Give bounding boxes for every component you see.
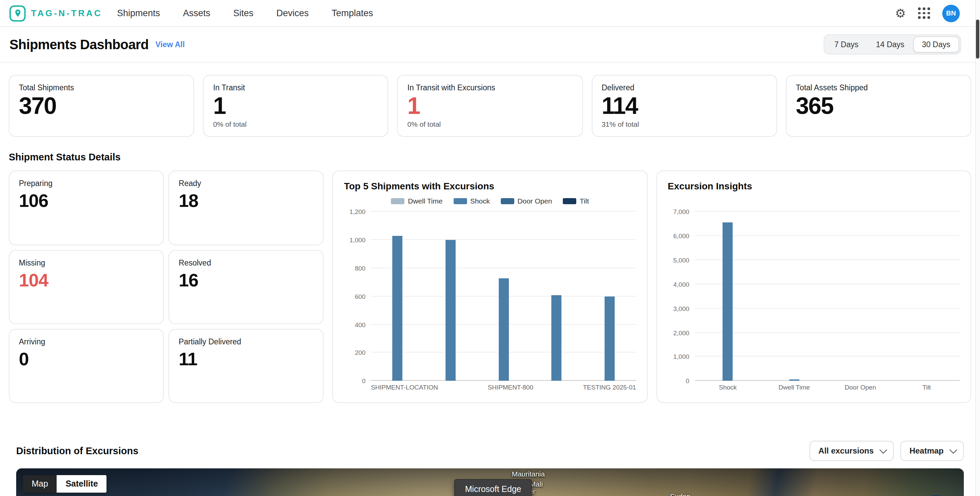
settings-gear-icon[interactable]: ⚙ xyxy=(895,7,906,19)
stat-sub xyxy=(796,120,961,129)
status-card-partially-delivered: Partially Delivered 11 xyxy=(169,329,323,403)
excursions-map[interactable]: Map Satellite Microsoft Edge MauritaniaM… xyxy=(16,469,964,496)
legend-label: Shock xyxy=(470,197,490,205)
status-label: Resolved xyxy=(178,258,313,267)
status-card-ready: Ready 18 xyxy=(169,171,323,245)
heatmap-view-value: Heatmap xyxy=(910,447,943,456)
excursions-filter-value: All excursions xyxy=(819,447,874,456)
bar-slot xyxy=(761,212,827,381)
legend-label: Door Open xyxy=(518,197,552,205)
stat-card-in-transit-excursions: In Transit with Excursions 1 0% of total xyxy=(397,75,583,137)
range-button-7-days[interactable]: 7 Days xyxy=(826,37,867,52)
y-tick-label: 3,000 xyxy=(673,305,689,312)
stat-sub: 31% of total xyxy=(601,120,767,129)
y-tick-label: 800 xyxy=(355,264,366,272)
page-title: Shipments Dashboard xyxy=(10,37,149,52)
legend-swatch xyxy=(501,198,514,204)
chart-title: Top 5 Shipments with Excursions xyxy=(344,181,636,192)
stat-value: 114 xyxy=(601,92,767,119)
stat-card-delivered: Delivered 114 31% of total xyxy=(592,75,777,137)
status-label: Preparing xyxy=(19,180,154,188)
top-nav: TAG-N-TRAC Shipments Assets Sites Device… xyxy=(0,0,980,27)
bar-slot xyxy=(371,212,424,381)
bar xyxy=(551,295,562,381)
range-button-14-days[interactable]: 14 Days xyxy=(867,37,913,52)
excursions-filter-dropdown[interactable]: All excursions xyxy=(810,441,894,461)
legend-label: Dwell Time xyxy=(408,197,442,205)
x-tick-label: TESTING 2025-01 xyxy=(583,383,636,391)
status-value: 11 xyxy=(178,349,313,370)
bar-slot xyxy=(477,212,530,381)
bar xyxy=(392,236,402,381)
status-value: 18 xyxy=(178,191,313,212)
stat-sub: 0% of total xyxy=(407,120,573,129)
nav-item-templates[interactable]: Templates xyxy=(332,8,373,18)
scrollbar-thumb[interactable] xyxy=(976,19,979,59)
x-tick-label: SHIPMENT-800 xyxy=(486,383,535,391)
bar-slot xyxy=(530,212,583,381)
nav-item-sites[interactable]: Sites xyxy=(233,8,253,18)
range-button-30-days[interactable]: 30 Days xyxy=(913,37,959,52)
chart-x-axis: SHIPMENT-LOCATIONSHIPMENT-800TESTING 202… xyxy=(371,381,636,393)
chart-body: 01,0002,0003,0004,0005,0006,0007,000 xyxy=(668,212,960,381)
apps-grid-icon[interactable] xyxy=(918,8,930,19)
avatar[interactable]: BN xyxy=(942,5,960,22)
main-row: Preparing 106 Ready 18 Missing 104 Resol… xyxy=(9,171,971,403)
map-type-toggle: Map Satellite xyxy=(23,475,107,493)
shipments-dashboard-app: TAG-N-TRAC Shipments Assets Sites Device… xyxy=(0,0,980,496)
stat-label: In Transit with Excursions xyxy=(407,84,573,92)
status-value: 104 xyxy=(19,270,154,291)
logo-pin-icon xyxy=(10,5,25,21)
stat-label: In Transit xyxy=(213,84,378,92)
x-tick-label: Tilt xyxy=(893,383,960,391)
legend-swatch xyxy=(453,198,467,204)
nav-item-assets[interactable]: Assets xyxy=(183,8,210,18)
map-section-header: Distribution of Excursions All excursion… xyxy=(16,441,964,461)
bar-slot xyxy=(827,212,894,381)
map-type-map-button[interactable]: Map xyxy=(23,475,57,493)
y-tick-label: 200 xyxy=(355,349,366,356)
chevron-down-icon xyxy=(880,446,887,454)
legend-item[interactable]: Dwell Time xyxy=(391,197,442,205)
y-tick-label: 7,000 xyxy=(673,208,689,216)
stat-value: 365 xyxy=(796,92,961,119)
map-label: Sudan xyxy=(670,492,690,496)
page-header: Shipments Dashboard View All 7 Days 14 D… xyxy=(0,27,980,63)
chevron-down-icon xyxy=(950,446,958,454)
nav-item-shipments[interactable]: Shipments xyxy=(117,8,160,18)
view-all-link[interactable]: View All xyxy=(155,40,185,49)
y-tick-label: 1,000 xyxy=(350,236,366,243)
map-type-satellite-button[interactable]: Satellite xyxy=(57,475,107,493)
y-tick-label: 400 xyxy=(355,321,366,328)
date-range-group: 7 Days 14 Days 30 Days xyxy=(824,34,961,55)
x-tick-label: Shock xyxy=(695,383,761,391)
legend-item[interactable]: Shock xyxy=(453,197,490,205)
stat-value: 1 xyxy=(407,92,573,119)
map-label: Mauritania xyxy=(512,470,545,478)
stats-row: Total Shipments 370 In Transit 1 0% of t… xyxy=(9,75,971,137)
chart-excursion-insights: Excursion Insights 01,0002,0003,0004,000… xyxy=(656,171,971,403)
status-card-preparing: Preparing 106 xyxy=(9,171,164,245)
y-tick-label: 4,000 xyxy=(673,281,689,288)
legend-item[interactable]: Tilt xyxy=(563,197,589,205)
x-tick-label: Dwell Time xyxy=(761,383,827,391)
bar-slot xyxy=(424,212,477,381)
x-tick-label: Door Open xyxy=(827,383,894,391)
status-card-missing: Missing 104 xyxy=(9,250,164,324)
chart-plot xyxy=(371,212,636,381)
nav-item-devices[interactable]: Devices xyxy=(276,8,309,18)
legend-item[interactable]: Door Open xyxy=(501,197,552,205)
y-tick-label: 2,000 xyxy=(673,329,689,336)
y-tick-label: 1,200 xyxy=(350,208,366,216)
logo[interactable]: TAG-N-TRAC xyxy=(10,5,102,21)
status-section-title: Shipment Status Details xyxy=(9,152,971,163)
bar xyxy=(723,223,733,381)
y-tick-label: 5,000 xyxy=(673,256,689,264)
status-label: Missing xyxy=(19,258,154,267)
stat-value: 370 xyxy=(19,92,184,119)
chart-y-axis: 02004006008001,0001,200 xyxy=(344,212,371,381)
chart-top-5-shipments: Top 5 Shipments with Excursions Dwell Ti… xyxy=(332,171,648,403)
heatmap-view-dropdown[interactable]: Heatmap xyxy=(901,441,964,461)
chart-title: Excursion Insights xyxy=(668,181,960,192)
x-tick-label: SHIPMENT-LOCATION xyxy=(371,383,438,391)
